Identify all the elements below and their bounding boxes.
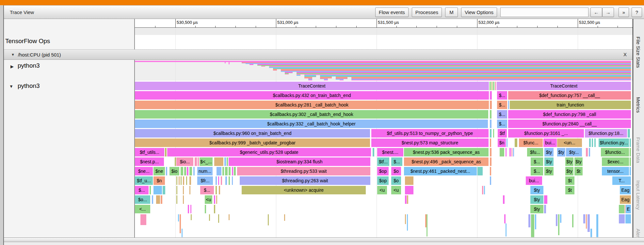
flame-segment[interactable] <box>195 157 197 166</box>
flame-segment[interactable] <box>176 186 177 194</box>
find-next-button[interactable]: → <box>602 8 614 17</box>
flame-segment[interactable] <box>493 129 494 138</box>
flame-segment[interactable]: $n <box>153 176 165 185</box>
expand-icon[interactable]: ▶ <box>10 64 14 69</box>
flame-segment[interactable] <box>186 176 187 185</box>
flame-segment[interactable] <box>493 82 494 90</box>
flame-segment[interactable] <box>150 186 151 194</box>
flame-segment[interactable]: $tf <box>498 129 507 138</box>
flame-tail-bar[interactable] <box>427 214 427 237</box>
flame-segment[interactable]: <u <box>205 195 212 204</box>
flame-segment[interactable]: $... <box>497 110 507 119</box>
flame-segment[interactable] <box>405 176 413 185</box>
tab-aler[interactable]: Aler <box>636 229 641 237</box>
flame-segment[interactable] <box>511 148 512 156</box>
thread-label-python3-expanded[interactable]: python3 <box>18 82 40 90</box>
flame-segment[interactable]: $tf_u... <box>135 176 153 185</box>
flame-segment[interactable] <box>179 176 180 185</box>
flame-segment[interactable]: $<_... <box>200 157 213 166</box>
flame-segment[interactable]: $op <box>377 167 389 175</box>
flame-segment[interactable] <box>508 101 509 109</box>
flame-segment[interactable]: num... <box>197 167 213 175</box>
flame-tail-bar[interactable] <box>218 214 219 223</box>
bottom-divider-bar[interactable] <box>4 237 644 242</box>
flame-segment[interactable] <box>217 167 221 175</box>
flame-segment[interactable] <box>184 167 186 175</box>
flame-segment[interactable] <box>229 176 230 185</box>
flame-segment[interactable]: $def_function.py:798 _call <box>508 110 631 119</box>
flame-segment[interactable] <box>625 205 625 213</box>
flame-segment[interactable]: $ty <box>530 195 543 204</box>
flame-segment[interactable]: Eag <box>620 195 631 204</box>
flame-segment[interactable] <box>544 195 547 204</box>
flame-segment[interactable] <box>225 167 228 175</box>
flame-segment[interactable] <box>586 148 588 156</box>
flow-events-button[interactable]: Flow events <box>375 8 409 17</box>
flame-tail-bar[interactable] <box>556 214 557 226</box>
flame-segment[interactable]: $function.py:2840 __call__ <box>508 120 631 128</box>
flame-segment[interactable] <box>513 148 514 156</box>
flame-segment[interactable] <box>405 195 407 204</box>
flame-tail-bar[interactable] <box>209 214 210 221</box>
flame-segment[interactable] <box>156 195 160 204</box>
flame-segment[interactable] <box>193 167 195 175</box>
flame-segment[interactable]: <unknown> acquire <box>242 186 366 194</box>
flame-segment[interactable] <box>490 148 491 156</box>
flame-segment[interactable]: E <box>626 205 631 213</box>
flame-segment[interactable]: $o... <box>135 195 150 204</box>
flame-segment[interactable]: $o <box>391 167 401 175</box>
flame-segment[interactable]: $nest.... <box>377 148 403 156</box>
flame-segment[interactable]: tensor... <box>602 167 629 175</box>
flame-segment[interactable]: $callbacks.py:281 _call_batch_hook <box>135 101 489 109</box>
flame-segment[interactable]: $function.py:18... <box>585 129 627 138</box>
flame-segment[interactable] <box>161 195 162 204</box>
flame-segment[interactable] <box>628 129 630 138</box>
flame-segment[interactable] <box>544 205 546 213</box>
flame-segment[interactable] <box>407 195 408 204</box>
flame-segment[interactable]: $t <box>565 176 574 185</box>
flame-segment[interactable] <box>205 205 206 213</box>
flame-segment[interactable] <box>506 148 507 156</box>
flame-segment[interactable]: $nest.py:496 _pack_sequence_as <box>404 157 489 166</box>
flame-segment[interactable]: $... <box>200 186 214 194</box>
tab-metrics[interactable]: Metrics <box>636 97 641 113</box>
flame-segment[interactable]: $functio... <box>601 148 629 156</box>
flame-segment[interactable]: $iostream.py:334 flush <box>229 157 370 166</box>
collapse-icon[interactable]: ▼ <box>11 53 15 57</box>
flame-segment[interactable] <box>373 148 374 156</box>
flame-segment[interactable] <box>183 195 184 204</box>
flame-segment[interactable]: $callbacks.py:302 _call_batch_end_hook <box>135 110 488 119</box>
view-options-button[interactable]: View Options <box>461 8 497 17</box>
flame-segment[interactable]: <u <box>391 186 401 194</box>
flame-segment[interactable]: $def_function.py:757 __call__ <box>508 91 631 100</box>
flame-segment[interactable]: $ty <box>574 157 583 166</box>
flame-tail-bar[interactable] <box>178 214 179 221</box>
help-button[interactable]: ? <box>632 8 642 17</box>
flame-segment[interactable]: $callbacks.py:432 on_train_batch_end <box>135 91 489 100</box>
flame-segment[interactable] <box>216 186 217 194</box>
flame-segment[interactable] <box>232 167 233 175</box>
flame-segment[interactable]: $generic_utils.py:528 update <box>167 148 371 156</box>
flame-tail-bar[interactable] <box>229 214 230 220</box>
flame-segment[interactable] <box>216 176 217 185</box>
flame-segment[interactable]: $t <box>574 167 583 175</box>
flame-segment[interactable] <box>227 157 228 166</box>
flame-tail-bar[interactable] <box>583 214 585 223</box>
flame-segment[interactable]: $callbacks.py:332 _call_batch_hook_helpe… <box>135 120 488 128</box>
flame-segment[interactable]: $ne <box>153 167 165 175</box>
flame-tail-bar[interactable] <box>407 214 408 231</box>
flame-segment[interactable] <box>189 167 192 175</box>
flame-segment[interactable] <box>222 167 224 175</box>
flame-segment[interactable] <box>225 176 227 185</box>
flame-segment[interactable] <box>490 157 491 166</box>
flame-tail-bar[interactable] <box>596 214 598 237</box>
flame-segment[interactable] <box>219 186 220 194</box>
flame-segment[interactable]: T... <box>612 176 631 185</box>
flame-segment[interactable]: $... <box>531 167 543 175</box>
flame-tail-bar[interactable] <box>191 214 192 220</box>
flame-segment[interactable] <box>153 186 162 194</box>
flame-segment[interactable]: $... <box>135 186 149 194</box>
flame-segment[interactable]: $op <box>377 176 389 185</box>
flame-segment[interactable]: $ty <box>544 157 554 166</box>
flame-tail-bar[interactable] <box>284 214 285 221</box>
